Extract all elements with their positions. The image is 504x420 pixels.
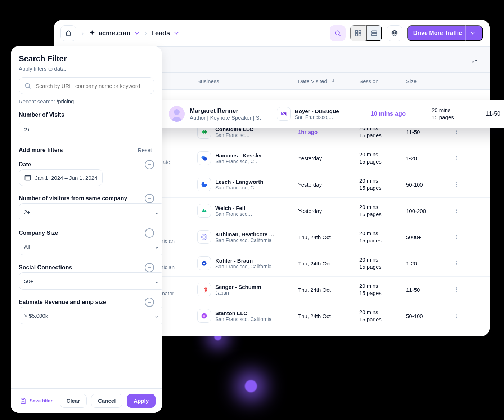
drive-traffic-button[interactable]: Drive More Traffic (407, 25, 483, 41)
reset-filters-button[interactable]: Reset (136, 147, 154, 153)
breadcrumb-site-label: acme.com (99, 30, 130, 37)
svg-point-23 (456, 184, 457, 185)
company-size: 5000+ (406, 234, 449, 240)
date-visited: Thu, 24th Oct (298, 260, 359, 267)
collapse-icon[interactable] (145, 228, 154, 238)
row-menu-button[interactable] (449, 151, 464, 165)
kebab-icon (454, 129, 459, 135)
col-date[interactable]: Date Visited (298, 78, 359, 84)
sort-icon (471, 58, 478, 65)
kebab-icon (454, 234, 459, 240)
svg-rect-4 (359, 34, 361, 36)
list-view-button[interactable] (366, 25, 382, 41)
cta-label: Drive More Traffic (413, 30, 462, 36)
company-location: San Francisco, C… (215, 158, 262, 164)
date-range-input[interactable]: Jan 1, 2024 – Jun 1, 2024 (19, 169, 103, 186)
visits-select[interactable]: 2+ (19, 122, 162, 137)
company-location: San Francisco, California (215, 264, 271, 269)
company-name: Kohler - Braun (215, 258, 271, 264)
row-menu-button[interactable] (449, 282, 464, 297)
company-size: 1-20 (406, 260, 449, 267)
breadcrumb-page-label: Leads (151, 30, 170, 37)
svg-point-18 (456, 158, 457, 159)
session: 20 mins15 pages (359, 256, 406, 271)
svg-point-10 (456, 130, 457, 131)
session: 20 mins15 pages (359, 151, 406, 166)
search-button[interactable] (330, 25, 346, 41)
svg-point-47 (456, 289, 457, 290)
kebab-icon (454, 208, 459, 214)
session: 20 mins15 pages (359, 177, 406, 192)
home-icon (65, 30, 72, 37)
kebab-icon (454, 287, 459, 292)
col-size[interactable]: Size (406, 78, 449, 84)
sort-button[interactable] (467, 54, 482, 68)
filter-footer: Save filter Clear Cancel Apply (11, 388, 162, 413)
col-session[interactable]: Session (359, 78, 406, 84)
apply-button[interactable]: Apply (127, 394, 156, 408)
recent-search-link[interactable]: /pricing (57, 98, 74, 104)
cancel-button[interactable]: Cancel (91, 394, 122, 408)
collapse-icon[interactable] (145, 194, 154, 203)
row-menu-button[interactable] (449, 256, 464, 271)
recent-search: Recent search: /pricing (19, 98, 154, 104)
collapse-icon[interactable] (145, 298, 154, 307)
row-menu-button[interactable] (449, 204, 464, 218)
company-logo (197, 256, 211, 270)
save-filter-button[interactable]: Save filter (17, 397, 55, 405)
kebab-icon (454, 182, 459, 187)
company-size: 11-50 (486, 111, 504, 117)
social-label: Social Connections (19, 264, 72, 271)
col-business[interactable]: Business (197, 78, 298, 84)
company-location: San Francisco, California (215, 316, 271, 322)
home-button[interactable] (60, 25, 76, 41)
chevron-down-icon (469, 30, 476, 37)
svg-point-41 (456, 261, 457, 262)
highlight-row[interactable]: Margaret Renner Author | Keynote Speaker… (142, 100, 504, 128)
visits-label: Number of Visits (19, 112, 154, 118)
company-size-select[interactable]: All ⌄ (19, 238, 162, 255)
row-menu-button[interactable] (449, 230, 464, 244)
svg-point-27 (456, 209, 457, 210)
row-menu-button[interactable] (449, 177, 464, 192)
svg-point-11 (456, 131, 457, 133)
company-name: Lesch - Langworth (215, 179, 263, 185)
filter-search-input[interactable] (35, 82, 149, 89)
same-company-select[interactable]: 2+ ⌄ (19, 203, 162, 220)
search-icon (334, 30, 341, 37)
company-size: 11-50 (406, 129, 449, 135)
svg-point-0 (335, 31, 339, 35)
collapse-icon[interactable] (145, 160, 154, 169)
collapse-icon[interactable] (145, 263, 154, 272)
company-logo (197, 230, 211, 244)
revenue-select[interactable]: > $5,000k ⌄ (19, 307, 162, 324)
company-location: San Francisco, California (215, 237, 276, 243)
company-location: San Francisco,… (215, 211, 254, 217)
chevron-down-icon (133, 30, 140, 37)
date-visited: Thu, 24th Oct (298, 287, 359, 293)
grid-view-button[interactable] (350, 25, 366, 41)
svg-point-53 (456, 314, 457, 315)
filter-search[interactable] (19, 77, 154, 94)
svg-point-36 (456, 238, 457, 239)
svg-point-57 (174, 109, 180, 115)
breadcrumb: acme.com › Leads (89, 30, 180, 37)
company-logo (277, 107, 291, 121)
breadcrumb-site[interactable]: acme.com (89, 30, 140, 37)
svg-point-40 (203, 263, 205, 264)
date-visited: 1hr ago (298, 129, 359, 135)
breadcrumb-page[interactable]: Leads (151, 30, 180, 37)
decorative-glow (245, 380, 257, 392)
row-menu-button[interactable] (449, 309, 464, 323)
addmore-label: Add more filters (19, 147, 63, 153)
svg-point-52 (203, 315, 205, 317)
date-visited: 10 mins ago (370, 110, 432, 117)
clear-button[interactable]: Clear (60, 394, 87, 408)
date-visited: Thu, 24th Oct (298, 313, 359, 319)
settings-button[interactable] (387, 25, 402, 41)
social-select[interactable]: 50+ ⌄ (19, 272, 162, 290)
company-location: San Francisco, C… (215, 185, 263, 191)
company-location: Japan (215, 290, 261, 296)
gear-icon (391, 30, 398, 37)
svg-rect-1 (355, 31, 357, 33)
